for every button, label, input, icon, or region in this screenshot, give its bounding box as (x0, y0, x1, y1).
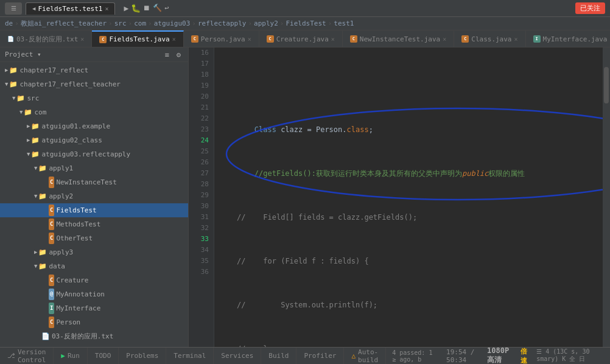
tree-label-newinstance: NewInstanceTest (56, 177, 116, 188)
debug-btn[interactable]: 🐛 (131, 4, 141, 13)
tab-version-control[interactable]: ⎇ Version Control (0, 348, 54, 364)
bc-reflectapply[interactable]: reflectapply (198, 19, 246, 27)
bc-src[interactable]: src (114, 19, 127, 27)
sidebar-settings-icon[interactable]: ⚙ (174, 49, 183, 60)
tab-creature[interactable]: C Creature.java × (259, 30, 343, 47)
tree-person[interactable]: C Person (0, 315, 188, 329)
stop-btn[interactable]: ⏹ (143, 4, 150, 13)
vertical-scrollbar[interactable] (603, 47, 610, 347)
ln-22: 22 (189, 113, 209, 124)
app-logo: ☰ (5, 2, 22, 15)
sidebar-collapse-icon[interactable]: ≡ (163, 49, 172, 60)
tab-label: FieldsTest.test1 (38, 5, 102, 13)
already-follow-btn[interactable]: 已关注 (575, 2, 605, 14)
rerun-btn[interactable]: ↩ (164, 4, 169, 13)
tree-methodstest[interactable]: C MethodsTest (0, 217, 188, 231)
tab-fieldstest[interactable]: C FieldsTest.java × (92, 30, 183, 47)
ln-33: 33 (189, 234, 209, 245)
bc-atguigu03[interactable]: atguigu03 (154, 19, 191, 27)
bc-test1[interactable]: test1 (334, 19, 354, 27)
tree-label-creature: Creature (56, 275, 88, 286)
tree-txt-file[interactable]: 📄 03-反射的应用.txt (0, 329, 188, 343)
tree-apply2[interactable]: ▼ 📁 apply2 (0, 189, 188, 203)
ln-17: 17 (189, 58, 209, 69)
tree-label-apply2: apply2 (49, 191, 73, 202)
tab-newinstance-close[interactable]: × (443, 36, 446, 43)
run-label: Run (68, 352, 80, 360)
bc-com[interactable]: com (134, 19, 146, 27)
tree-atguigu02[interactable]: ▶ 📁 atguigu02_class (0, 133, 188, 147)
expand-icon: ▶ (34, 247, 37, 258)
tab-autobuild[interactable]: △ Auto-build (344, 348, 386, 364)
build-btn[interactable]: 🔨 (153, 4, 162, 13)
tree-atguigu04[interactable]: ▶ 📁 atguigu04.other (0, 343, 188, 347)
expand-icon: ▼ (19, 107, 23, 118)
breadcrumb: de › 教姐ai_reflect_teacher › src › com › … (0, 17, 610, 30)
tab-txt[interactable]: 📄 03-反射的应用.txt × (0, 30, 92, 47)
tab-creature-close[interactable]: × (331, 36, 335, 43)
tab-txt-close[interactable]: × (80, 36, 84, 43)
tab-person[interactable]: C Person.java × (184, 30, 259, 47)
tab-profiler[interactable]: Profiler (296, 348, 344, 364)
tree-chapter17-reflect[interactable]: ▶ 📁 chapter17_reflect (0, 63, 188, 77)
folder-icon-src: 📁 (16, 93, 25, 104)
folder-icon-apply3: 📁 (38, 247, 47, 258)
code-editor[interactable]: 16 17 18 19 20 21 22 23 24 25 26 27 28 2… (189, 47, 610, 347)
tab-newinstance[interactable]: C NewInstanceTest.java × (343, 30, 454, 47)
folder-icon-apply1: 📁 (38, 163, 47, 174)
tree-fieldstest[interactable]: C FieldsTest (0, 203, 188, 217)
tree-data[interactable]: ▼ 📁 data (0, 259, 188, 273)
bc-apply2[interactable]: apply2 (254, 19, 278, 27)
tab-todo[interactable]: TODO (88, 348, 119, 364)
top-tab-fieldstest[interactable]: ◀ FieldsTest.test1 × (26, 2, 115, 15)
tree-src[interactable]: ▼ 📁 src (0, 91, 188, 105)
tree-label-txt: 03-反射的应用.txt (52, 331, 113, 342)
tree-myinterface[interactable]: I MyInterface (0, 301, 188, 315)
tab-class-close[interactable]: × (514, 36, 518, 43)
ln-24: 24 (189, 135, 209, 146)
tab-myinterface[interactable]: I MyInterface.java × (526, 30, 610, 47)
svg-point-0 (226, 108, 603, 200)
top-bar-left: ☰ ◀ FieldsTest.test1 × ▶ 🐛 ⏹ 🔨 ↩ 已关注 (5, 2, 605, 15)
expand-icon: ▶ (5, 65, 8, 76)
tree-com[interactable]: ▼ 📁 com (0, 105, 188, 119)
tab-fieldstest-close[interactable]: × (172, 36, 176, 43)
tab-person-label: Person.java (201, 35, 245, 43)
code-line-22: // } (219, 343, 598, 347)
sidebar-actions: ≡ ⚙ (163, 49, 183, 60)
tree-othertest[interactable]: C OtherTest (0, 231, 188, 245)
ln-21: 21 (189, 102, 209, 113)
tab-terminal[interactable]: Terminal (166, 348, 214, 364)
code-content-area[interactable]: Class clazz = Person.class; //getFields(… (214, 47, 603, 347)
tab-class[interactable]: C Class.java × (454, 30, 525, 47)
expand-icon: ▼ (5, 79, 8, 90)
tab-person-close[interactable]: × (248, 36, 251, 43)
annotation-icon: @ (49, 289, 54, 300)
tree-newinstancetest[interactable]: C NewInstanceTest (0, 175, 188, 189)
ln-25: 25 (189, 146, 209, 157)
bc-de[interactable]: de (5, 19, 13, 27)
tree-atguigu03[interactable]: ▼ 📁 atguigu03.reflectapply (0, 147, 188, 161)
tab-run[interactable]: ▶ Run (54, 348, 88, 364)
tree-chapter17-reflect-teacher[interactable]: ▼ 📁 chapter17_reflect_teacher (0, 77, 188, 91)
tree-apply3[interactable]: ▶ 📁 apply3 (0, 245, 188, 259)
folder-icon-atguigu03: 📁 (31, 149, 40, 160)
scroll-thumb[interactable] (604, 67, 609, 103)
tab-problems[interactable]: Problems (119, 348, 166, 364)
tab-services[interactable]: Services (214, 348, 261, 364)
file-tabs: 📄 03-反射的应用.txt × C FieldsTest.java × C P… (0, 30, 610, 47)
tab-build[interactable]: Build (261, 348, 296, 364)
bc-fieldstest[interactable]: FieldsTest (286, 19, 326, 27)
ln-29: 29 (189, 190, 209, 201)
bc-reflect-teacher[interactable]: 教姐ai_reflect_teacher (21, 19, 107, 28)
tree-creature[interactable]: C Creature (0, 273, 188, 287)
expand-icon: ▶ (27, 121, 30, 132)
tree-myannotation[interactable]: @ MyAnnotation (0, 287, 188, 301)
tab-close-btn[interactable]: × (105, 5, 108, 12)
resolution-display: 1080P 高清 (487, 346, 513, 364)
tree-apply1[interactable]: ▼ 📁 apply1 (0, 161, 188, 175)
run-btn[interactable]: ▶ (124, 4, 128, 13)
line-nums-content: 16 17 18 19 20 21 22 23 24 25 26 27 28 2… (189, 47, 209, 278)
tab-txt-label: 03-反射的应用.txt (16, 35, 78, 44)
tree-atguigu01[interactable]: ▶ 📁 atguigu01.example (0, 119, 188, 133)
